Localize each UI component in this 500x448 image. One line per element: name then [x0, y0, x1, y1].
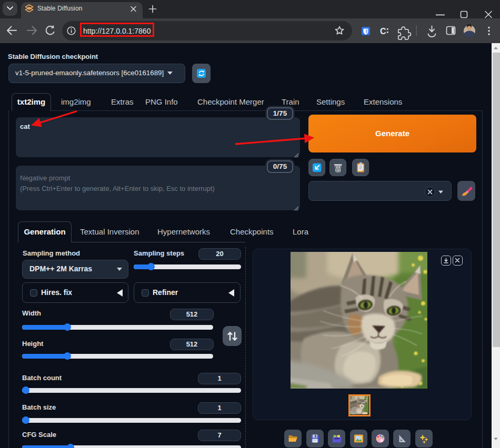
svg-text:C: C — [380, 27, 386, 36]
